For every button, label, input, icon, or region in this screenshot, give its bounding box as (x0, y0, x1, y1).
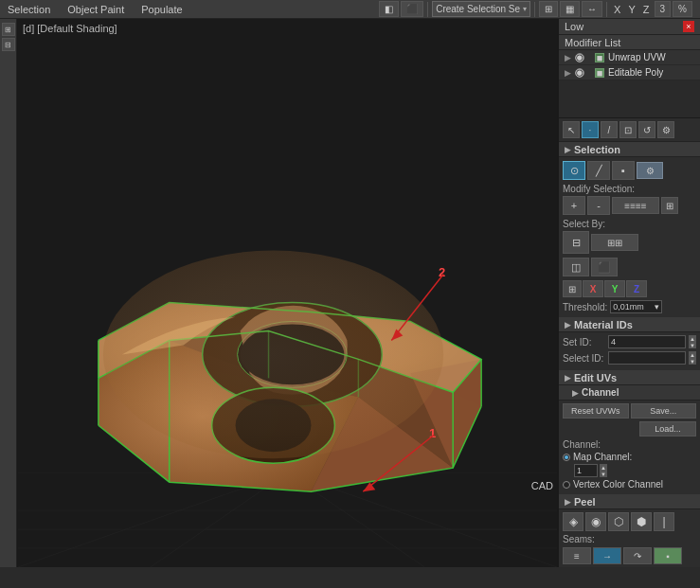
section-selection-header[interactable]: ▶ Selection (559, 142, 700, 157)
selection-title: Selection (574, 144, 620, 155)
xyz-icon-btn[interactable]: ⊞ (563, 280, 582, 297)
toolbar-3[interactable]: 3 (655, 1, 672, 17)
xyz-z-btn[interactable]: Z (626, 280, 647, 297)
modifier-box-poly: ■ (595, 68, 604, 78)
seam-icon-2[interactable]: → (593, 547, 621, 564)
sel-extra-1[interactable]: ◫ (563, 258, 589, 276)
selection-types-row: ⊙ ╱ ▪ ⚙ (563, 161, 696, 180)
map-channel-radio[interactable]: Map Channel: (563, 452, 696, 462)
set-id-down[interactable]: ▼ (689, 342, 696, 348)
seam-icon-4[interactable]: ▪ (654, 547, 682, 564)
modifier-name-poly: Editable Poly (608, 67, 663, 78)
select-id-spinners: ▲ ▼ (689, 351, 696, 365)
select-by-icon-1[interactable]: ⊟ (563, 231, 589, 254)
section-matid-header[interactable]: ▶ Material IDs (559, 317, 700, 332)
set-id-label: Set ID: (563, 337, 605, 347)
channel-label-row: Channel: (563, 439, 696, 450)
sel-settings-icon[interactable]: ⚙ (637, 162, 663, 179)
modifier-eye-unwrap: ◉ (575, 53, 584, 62)
xyz-row: ⊞ X Y Z (563, 280, 696, 297)
set-id-up[interactable]: ▲ (689, 335, 696, 342)
panel-close-btn[interactable]: × (683, 21, 694, 32)
modifier-content (559, 80, 700, 118)
panel-title: Low (565, 21, 583, 32)
viewport[interactable]: [d] [Default Shading] (17, 19, 558, 567)
menu-object-paint[interactable]: Object Paint (63, 2, 128, 17)
toolbar-icon-4[interactable]: ▦ (560, 1, 580, 17)
sel-vertex-icon[interactable]: ⊙ (563, 161, 585, 180)
vertex-color-radio-dot (563, 481, 570, 489)
modify-ring-icon[interactable]: ⊞ (661, 197, 678, 214)
peel-icon-1[interactable]: ◈ (563, 512, 583, 531)
menu-selection[interactable]: Selection (4, 2, 54, 17)
menubar: Selection Object Paint Populate ◧ ⬛ Crea… (0, 0, 700, 19)
axis-y: Y (625, 4, 637, 15)
uvs-content: Reset UVWs Save... Load... Channel: Map … (559, 401, 700, 494)
select-id-input[interactable] (608, 351, 686, 365)
matid-title: Material IDs (574, 319, 633, 330)
threshold-row: Threshold: 0,01mm ▾ (563, 300, 696, 313)
load-btn[interactable]: Load... (639, 421, 696, 437)
panel-icon-select[interactable]: ⊡ (619, 121, 637, 138)
axis-z: Z (640, 4, 653, 15)
section-channel-header[interactable]: ▶ Channel (559, 385, 700, 401)
channel-arrow: ▶ (572, 388, 579, 398)
toolbar-icon-1[interactable]: ◧ (379, 1, 399, 17)
modifier-editable-poly[interactable]: ▶ ◉ ■ Editable Poly (559, 65, 700, 80)
left-btn-1[interactable]: ⊞ (2, 23, 15, 36)
xyz-x-btn[interactable]: X (583, 280, 603, 297)
modify-grow-icon[interactable]: + (563, 196, 585, 215)
peel-icon-5[interactable]: | (654, 512, 674, 531)
modifier-arrow-poly: ▶ (565, 68, 571, 78)
seam-icon-1[interactable]: ≡ (563, 547, 591, 564)
peel-arrow: ▶ (565, 497, 571, 507)
modify-selection-label: Modify Selection: (563, 184, 696, 194)
select-extra-row: ◫ ⬛ (563, 258, 696, 276)
select-id-row: Select ID: ▲ ▼ (563, 351, 696, 365)
seam-icon-3[interactable]: ↷ (623, 547, 652, 564)
menu-populate[interactable]: Populate (137, 2, 186, 17)
toolbar-percent[interactable]: % (673, 1, 692, 17)
panel-icon-loop[interactable]: ↺ (638, 121, 655, 138)
xyz-y-btn[interactable]: Y (604, 280, 625, 297)
reset-uvws-btn[interactable]: Reset UVWs (563, 403, 629, 419)
panel-icon-edge[interactable]: / (601, 121, 618, 138)
toolbar-icon-2[interactable]: ⬛ (401, 1, 423, 17)
select-id-down[interactable]: ▼ (689, 358, 696, 365)
map-channel-input[interactable]: 1 (574, 464, 598, 477)
section-peel-header[interactable]: ▶ Peel (559, 494, 700, 509)
toolbar-icon-5[interactable]: ↔ (582, 1, 602, 17)
map-channel-down[interactable]: ▼ (600, 471, 607, 477)
cad-label: CAD (531, 480, 553, 491)
peel-icon-4[interactable]: ⬢ (631, 512, 652, 531)
matid-arrow: ▶ (565, 320, 571, 330)
create-selection-dropdown[interactable]: Create Selection Se ▾ (432, 1, 530, 17)
modify-loop-icon[interactable]: ≡≡≡≡ (612, 197, 659, 214)
left-btn-2[interactable]: ⊟ (2, 38, 15, 51)
select-id-up[interactable]: ▲ (689, 351, 696, 358)
sel-edge-icon[interactable]: ╱ (587, 161, 610, 180)
sel-extra-2[interactable]: ⬛ (591, 258, 618, 276)
modify-shrink-icon[interactable]: - (587, 196, 610, 215)
peel-icon-3[interactable]: ⬡ (608, 512, 629, 531)
map-channel-up[interactable]: ▲ (600, 464, 607, 471)
panel-icons-row: ↖ · / ⊡ ↺ ⚙ (559, 118, 700, 142)
section-edituvs-header[interactable]: ▶ Edit UVs (559, 370, 700, 385)
modifier-unwrap-uvw[interactable]: ▶ ◉ ■ Unwrap UVW (559, 50, 700, 65)
seams-label: Seams: (563, 534, 696, 544)
panel-icon-gear[interactable]: ⚙ (657, 121, 674, 138)
seams-icons-row: ≡ → ↷ ▪ (563, 547, 696, 564)
threshold-input[interactable]: 0,01mm ▾ (610, 300, 662, 313)
main-layout: ⊞ ⊟ [d] [Default Shading] (0, 19, 700, 567)
map-channel-spinners: ▲ ▼ (600, 464, 607, 477)
peel-icon-2[interactable]: ◉ (585, 512, 606, 531)
panel-icon-cursor[interactable]: ↖ (563, 121, 580, 138)
sel-face-icon[interactable]: ▪ (612, 161, 635, 180)
vertex-color-radio[interactable]: Vertex Color Channel (563, 479, 696, 490)
panel-icon-vertex[interactable]: · (582, 121, 599, 138)
save-btn[interactable]: Save... (631, 403, 697, 419)
toolbar-icon-3[interactable]: ⊞ (539, 1, 558, 17)
set-id-input[interactable]: 4 (608, 335, 686, 348)
modifier-name-unwrap: Unwrap UVW (608, 52, 666, 62)
select-by-icon-2[interactable]: ⊞⊞ (591, 234, 638, 251)
